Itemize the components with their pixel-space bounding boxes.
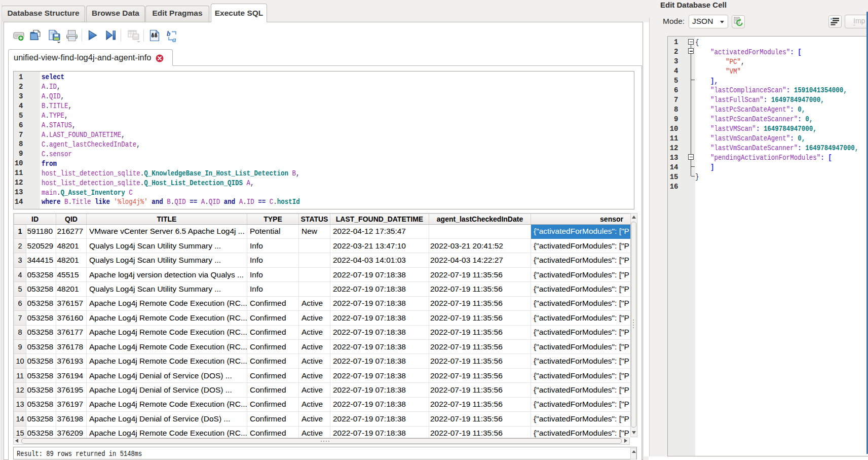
svg-text:b: b [167, 29, 171, 38]
svg-text:a: a [172, 36, 176, 43]
